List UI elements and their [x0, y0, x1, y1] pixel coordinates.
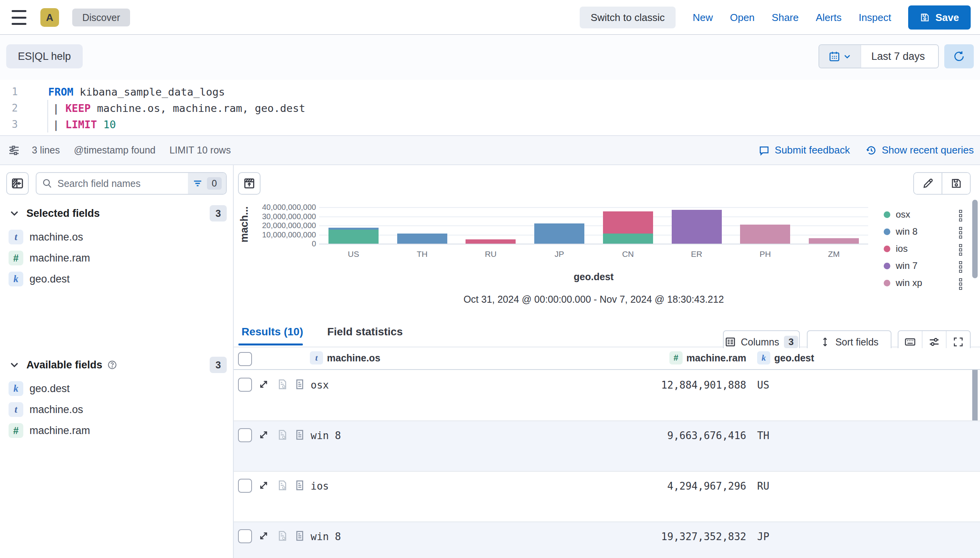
bar-ZM: [799, 207, 868, 244]
query-settings-icon[interactable]: [8, 144, 20, 157]
collapse-sidebar-icon[interactable]: [6, 172, 29, 195]
breadcrumb[interactable]: Discover: [72, 9, 130, 26]
bar-segment-ios-RU[interactable]: [466, 239, 516, 244]
legend-actions-handle[interactable]: [959, 210, 962, 221]
hide-chart-icon[interactable]: [238, 172, 261, 195]
field-list-item[interactable]: kgeo.dest: [0, 269, 233, 289]
legend-item-osx[interactable]: osx: [884, 210, 975, 219]
expand-row-icon[interactable]: [258, 480, 269, 492]
legend-actions-handle[interactable]: [959, 244, 962, 256]
tab-results[interactable]: Results (10): [242, 326, 303, 338]
open-button[interactable]: Open: [730, 12, 755, 24]
line-number: 2: [0, 102, 18, 114]
view-details-icon[interactable]: [294, 480, 306, 492]
bar-segment-win-xp-ZM[interactable]: [809, 238, 859, 244]
edit-visualization-icon[interactable]: [914, 173, 942, 194]
legend-actions-handle[interactable]: [959, 227, 962, 239]
column-header-machine-os[interactable]: t machine.os: [310, 351, 381, 364]
row-select-checkbox[interactable]: [238, 479, 252, 493]
legend-actions-handle[interactable]: [959, 261, 962, 273]
field-list-item[interactable]: #machine.ram: [0, 420, 233, 441]
bar-segment-osx-CN[interactable]: [603, 234, 653, 244]
table-header: t machine.os # machine.ram k geo.dest: [234, 348, 980, 370]
filter-count-badge: 0: [207, 177, 221, 190]
field-name: geo.dest: [30, 383, 70, 395]
cell-geo-dest: US: [757, 379, 769, 391]
esql-help-button[interactable]: ES|QL help: [6, 44, 83, 68]
cell-machine-ram: 4,294,967,296: [667, 480, 747, 492]
new-button[interactable]: New: [693, 12, 713, 24]
code-line-2: | KEEP machine.os, machine.ram, geo.dest: [53, 102, 305, 114]
save-visualization-icon[interactable]: [942, 173, 970, 194]
degraded-doc-icon[interactable]: [276, 378, 288, 391]
row-select-checkbox[interactable]: [238, 529, 252, 543]
field-list-item[interactable]: tmachine.os: [0, 399, 233, 420]
share-button[interactable]: Share: [772, 12, 799, 24]
help-question-icon[interactable]: [107, 360, 117, 370]
view-details-icon[interactable]: [294, 530, 306, 543]
inspect-button[interactable]: Inspect: [858, 12, 891, 24]
legend-item-ios[interactable]: ios: [884, 244, 975, 253]
field-filter-button[interactable]: 0: [188, 173, 226, 194]
chevron-down-icon: [843, 52, 851, 60]
chart-action-buttons: [913, 172, 971, 195]
degraded-doc-icon[interactable]: [276, 530, 288, 543]
x-tick-ZM: ZM: [799, 249, 868, 259]
degraded-doc-icon[interactable]: [276, 429, 288, 442]
column-header-geo-dest[interactable]: k geo.dest: [757, 351, 814, 364]
time-range-value[interactable]: Last 7 days: [860, 45, 938, 68]
alerts-button[interactable]: Alerts: [816, 12, 841, 24]
expand-row-icon[interactable]: [258, 378, 269, 391]
x-tick-CN: CN: [594, 249, 662, 259]
view-details-icon[interactable]: [294, 378, 306, 391]
chart-legend: osxwin 8ioswin 7win xp: [884, 210, 975, 295]
field-list-item[interactable]: kgeo.dest: [0, 378, 233, 399]
legend-label: ios: [896, 243, 908, 254]
legend-item-win-8[interactable]: win 8: [884, 227, 975, 236]
space-avatar[interactable]: A: [40, 8, 59, 27]
field-list-item[interactable]: tmachine.os: [0, 227, 233, 248]
expand-row-icon[interactable]: [258, 530, 269, 543]
field-list-item[interactable]: #machine.ram: [0, 248, 233, 269]
submit-feedback-button[interactable]: Submit feedback: [758, 144, 850, 156]
degraded-doc-icon[interactable]: [276, 480, 288, 492]
available-fields-accordion[interactable]: Available fields 3: [0, 356, 233, 373]
show-recent-queries-button[interactable]: Show recent queries: [865, 144, 974, 156]
row-select-checkbox[interactable]: [238, 378, 252, 392]
column-header-machine-ram[interactable]: # machine.ram: [669, 351, 746, 364]
refresh-button[interactable]: [944, 44, 974, 68]
legend-item-win-xp[interactable]: win xp: [884, 278, 975, 288]
save-icon: [920, 12, 930, 23]
chart-y-axis-ticks: 40,000,000,000 30,000,000,000 20,000,000…: [245, 207, 317, 244]
legend-actions-handle[interactable]: [959, 278, 962, 290]
bar-segment-ios-CN[interactable]: [603, 211, 653, 234]
bar-segment-win-7-ER[interactable]: [672, 210, 722, 244]
time-picker-quick-menu[interactable]: [819, 45, 860, 68]
bar-segment-win-xp-PH[interactable]: [740, 225, 790, 244]
row-select-checkbox[interactable]: [238, 428, 252, 442]
select-all-checkbox[interactable]: [238, 352, 252, 366]
bar-segment-win-8-JP[interactable]: [534, 223, 584, 244]
expand-row-icon[interactable]: [258, 429, 269, 442]
bar-CN: [594, 207, 662, 244]
legend-item-win-7[interactable]: win 7: [884, 261, 975, 270]
available-fields-list: kgeo.desttmachine.os#machine.ram: [0, 378, 233, 441]
chart-scrollbar[interactable]: [972, 200, 978, 278]
save-button[interactable]: Save: [908, 5, 971, 30]
query-bar: ES|QL help Last 7 days: [0, 36, 980, 80]
view-details-icon[interactable]: [294, 429, 306, 442]
selected-fields-accordion[interactable]: Selected fields 3: [0, 205, 233, 222]
selected-fields-list: tmachine.os#machine.ramkgeo.dest: [0, 227, 233, 289]
switch-to-classic-button[interactable]: Switch to classic: [580, 7, 676, 28]
cell-geo-dest: TH: [757, 430, 769, 441]
esql-editor[interactable]: 1 FROM kibana_sample_data_logs 2 | KEEP …: [0, 80, 980, 135]
bar-PH: [731, 207, 800, 244]
calendar-icon: [829, 51, 840, 62]
menu-icon[interactable]: [10, 9, 28, 26]
tab-field-statistics[interactable]: Field statistics: [327, 326, 403, 338]
search-input[interactable]: [57, 178, 182, 189]
bar-segment-osx-US[interactable]: [328, 230, 379, 244]
bar-segment-win-8-TH[interactable]: [397, 234, 447, 244]
table-row: osx12,884,901,888US: [234, 371, 980, 421]
bar-TH: [388, 207, 457, 244]
